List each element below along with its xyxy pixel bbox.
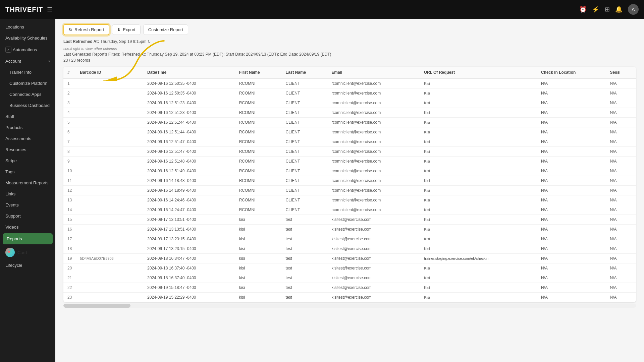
- cell-checkin: N/A: [537, 263, 606, 273]
- cell-url: Kisi: [420, 98, 537, 108]
- cell-email: kisitest@exercise.com: [327, 215, 420, 225]
- col-header-checkin: Check In Location: [537, 67, 606, 78]
- sidebar-item-availability-schedules[interactable]: Availability Schedules: [0, 33, 55, 44]
- sidebar-item-assessments[interactable]: Assessments: [0, 133, 55, 144]
- cell-barcode: [76, 263, 143, 273]
- cell-url: Kisi: [420, 166, 537, 176]
- table-row: 8 2024-09-16 12:51:47 -0400 RCOMNI CLIEN…: [63, 147, 636, 157]
- cell-email: kisitest@exercise.com: [327, 234, 420, 244]
- table-row: 2 2024-09-16 12:50:35 -0400 RCOMNI CLIEN…: [63, 88, 636, 98]
- cell-datetime: 2024-09-16 12:50:35 -0400: [143, 88, 235, 98]
- cell-firstname: RCOMNI: [235, 88, 282, 98]
- cell-barcode: [76, 137, 143, 147]
- cell-session: N/A: [606, 273, 636, 283]
- cell-datetime: 2024-09-16 14:24:47 -0400: [143, 205, 235, 215]
- bell-icon[interactable]: 🔔: [615, 6, 623, 13]
- clock-icon[interactable]: ⏰: [579, 6, 587, 13]
- lightning-icon[interactable]: ⚡: [592, 6, 599, 13]
- cell-email: rcomniclient@exercise.com: [327, 137, 420, 147]
- cell-email: rcomniclient@exercise.com: [327, 195, 420, 205]
- sidebar-item-staff[interactable]: Staff: [0, 111, 55, 122]
- cell-num: 10: [63, 166, 76, 176]
- sidebar-item-events[interactable]: Events: [0, 199, 55, 210]
- cell-barcode: [76, 98, 143, 108]
- record-count: 23 / 23 records: [63, 58, 636, 63]
- cell-datetime: 2024-09-16 12:51:23 -0400: [143, 98, 235, 108]
- cell-barcode: [76, 244, 143, 254]
- customize-report-button[interactable]: Customize Report: [143, 24, 188, 35]
- sidebar-item-links[interactable]: Links: [0, 188, 55, 199]
- cell-email: kisitest@exercise.com: [327, 244, 420, 254]
- sidebar-item-measurement-reports[interactable]: Measurement Reports: [0, 177, 55, 188]
- cell-checkin: N/A: [537, 176, 606, 186]
- cell-num: 19: [63, 254, 76, 263]
- cell-lastname: CLIENT: [282, 127, 328, 137]
- cell-url: Kisi: [420, 127, 537, 137]
- cell-datetime: 2024-09-19 15:22:29 -0400: [143, 293, 235, 302]
- cell-session: N/A: [606, 118, 636, 127]
- svg-point-0: [7, 250, 13, 255]
- sidebar-item-customize-platform[interactable]: Customize Platform: [0, 78, 55, 89]
- cell-barcode: [76, 273, 143, 283]
- grid-icon[interactable]: ⊞: [605, 6, 610, 13]
- avatar[interactable]: A: [628, 4, 639, 15]
- cell-firstname: RCOMNI: [235, 137, 282, 147]
- cell-email: rcomniclient@exercise.com: [327, 176, 420, 186]
- sidebar-item-locations[interactable]: Locations: [0, 21, 55, 33]
- sidebar-item-resources[interactable]: Resources: [0, 144, 55, 155]
- cell-session: N/A: [606, 166, 636, 176]
- cell-barcode: [76, 147, 143, 157]
- export-button[interactable]: ⬇ Export: [112, 24, 141, 35]
- cell-url: Kisi: [420, 147, 537, 157]
- table-body: 1 2024-09-16 12:50:35 -0400 RCOMNI CLIEN…: [63, 78, 636, 302]
- cell-num: 23: [63, 293, 76, 302]
- sidebar-item-tags[interactable]: Tags: [0, 166, 55, 177]
- cell-session: N/A: [606, 157, 636, 166]
- cell-session: N/A: [606, 137, 636, 147]
- cell-datetime: 2024-09-18 16:37:40 -0400: [143, 273, 235, 283]
- cell-firstname: RCOMNI: [235, 186, 282, 195]
- refresh-small-icon: ↻: [148, 40, 151, 44]
- sidebar-item-videos[interactable]: Videos: [0, 222, 55, 233]
- sidebar-item-reports[interactable]: Reports: [3, 233, 53, 244]
- cell-url: Kisi: [420, 157, 537, 166]
- cell-checkin: N/A: [537, 127, 606, 137]
- sidebar-item-lifecycle[interactable]: Lifecycle: [0, 260, 55, 271]
- chevron-down-icon: ▾: [48, 59, 50, 63]
- cell-num: 11: [63, 176, 76, 186]
- cell-num: 22: [63, 283, 76, 293]
- cell-checkin: N/A: [537, 283, 606, 293]
- sidebar-item-card[interactable]: Card: [0, 245, 55, 260]
- cell-email: rcomniclient@exercise.com: [327, 166, 420, 176]
- cell-datetime: 2024-09-16 14:24:46 -0400: [143, 195, 235, 205]
- cell-datetime: 2024-09-16 12:51:23 -0400: [143, 108, 235, 118]
- scrollbar-thumb[interactable]: [63, 304, 130, 308]
- sidebar-item-trainer-info[interactable]: Trainer Info: [0, 67, 55, 78]
- sidebar-item-products[interactable]: Products: [0, 122, 55, 133]
- cell-session: N/A: [606, 263, 636, 273]
- cell-num: 4: [63, 108, 76, 118]
- sidebar-item-connected-apps[interactable]: Connected Apps: [0, 89, 55, 100]
- menu-toggle-icon[interactable]: ☰: [47, 6, 52, 13]
- horizontal-scrollbar[interactable]: [63, 304, 636, 308]
- cell-email: rcomniclient@exercise.com: [327, 98, 420, 108]
- sidebar-item-business-dashboard[interactable]: Business Dashboard: [0, 100, 55, 111]
- cell-firstname: kisi: [235, 283, 282, 293]
- cell-session: N/A: [606, 78, 636, 88]
- sidebar-item-stripe[interactable]: Stripe: [0, 155, 55, 166]
- cell-url: Kisi: [420, 205, 537, 215]
- sidebar-item-automations[interactable]: ✓ Automations: [0, 44, 55, 56]
- sidebar-item-account[interactable]: Account ▾: [0, 56, 55, 67]
- cell-firstname: kisi: [235, 254, 282, 263]
- cell-num: 8: [63, 147, 76, 157]
- cell-barcode: [76, 234, 143, 244]
- toolbar-container: ↻ Refresh Report ⬇ Export Customize Repo…: [63, 24, 636, 35]
- cell-email: rcomniclient@exercise.com: [327, 186, 420, 195]
- sidebar-item-support[interactable]: Support: [0, 210, 55, 222]
- cell-firstname: RCOMNI: [235, 98, 282, 108]
- refresh-report-button[interactable]: ↻ Refresh Report: [63, 24, 109, 35]
- cell-barcode: [76, 118, 143, 127]
- cell-num: 15: [63, 215, 76, 225]
- cell-session: N/A: [606, 215, 636, 225]
- cell-num: 7: [63, 137, 76, 147]
